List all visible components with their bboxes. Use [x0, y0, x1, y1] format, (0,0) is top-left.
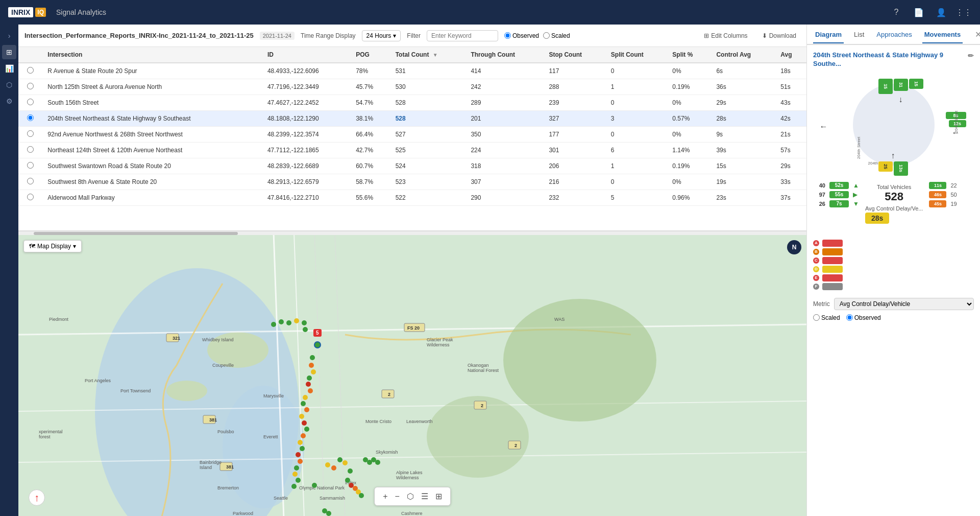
col-intersection[interactable]: Intersection — [42, 47, 262, 63]
sidebar-map-icon[interactable]: ⬡ — [2, 78, 16, 92]
map-dot-3[interactable] — [286, 320, 291, 325]
col-pog[interactable]: POG — [351, 47, 390, 63]
row-select-7[interactable] — [18, 174, 42, 190]
filter-input[interactable] — [427, 30, 498, 41]
map-dot-21[interactable] — [300, 446, 305, 451]
map-dot-22[interactable] — [296, 452, 301, 457]
map-dot-28[interactable] — [312, 483, 317, 488]
observed-radio[interactable]: Observed — [504, 32, 539, 39]
sidebar-settings-icon[interactable]: ⚙ — [2, 94, 16, 108]
row-select-8[interactable] — [18, 190, 42, 206]
scaled-radio[interactable]: Scaled — [543, 32, 570, 39]
document-icon[interactable]: 📄 — [911, 4, 927, 20]
table-row[interactable]: North 125th Street & Aurora Avenue North… — [18, 79, 806, 95]
map-dot-30[interactable] — [331, 465, 336, 471]
map-dot-14[interactable] — [301, 401, 306, 406]
map-dot-29[interactable] — [325, 462, 330, 467]
map-dot-7[interactable] — [310, 355, 315, 360]
grid-icon[interactable]: ⋮⋮ — [955, 4, 972, 20]
map-dot-34[interactable] — [348, 468, 353, 474]
map-dot-2[interactable] — [279, 319, 284, 324]
row-select-5[interactable] — [18, 143, 42, 158]
map-dot-18[interactable] — [304, 427, 309, 432]
map-dot-44[interactable] — [326, 511, 331, 516]
map-dot-15[interactable] — [304, 407, 309, 412]
map-dot-26[interactable] — [296, 478, 301, 483]
map-dot-33[interactable] — [345, 478, 350, 483]
table-row[interactable]: Southwest 8th Avenue & State Route 20 48… — [18, 174, 806, 190]
table-row[interactable]: Southwest Swantown Road & State Route 20… — [18, 158, 806, 174]
tab-approaches[interactable]: Approaches — [874, 27, 914, 43]
table-row[interactable]: Alderwood Mall Parkway 47.8416,-122.2710… — [18, 190, 806, 206]
map-dot-5[interactable] — [302, 320, 307, 325]
help-icon[interactable]: ? — [888, 4, 904, 20]
scaled-radio-panel[interactable]: Scaled — [813, 314, 840, 321]
map-dot-1[interactable] — [271, 322, 276, 327]
zoom-in-button[interactable]: + — [381, 490, 389, 502]
map-dot-25[interactable] — [292, 472, 298, 477]
map-dot-23[interactable] — [298, 459, 303, 464]
row-select-0[interactable] — [18, 63, 42, 79]
map-dot-42[interactable] — [375, 460, 380, 465]
download-button[interactable]: ⬇ Download — [758, 30, 800, 41]
table-row[interactable]: 92nd Avenue Northwest & 268th Street Nor… — [18, 127, 806, 143]
sidebar-analytics-icon[interactable]: 📊 — [2, 61, 16, 76]
map-dot-6[interactable] — [303, 327, 308, 332]
map-dot-27[interactable] — [291, 484, 297, 489]
map-dot-4[interactable] — [294, 318, 299, 323]
map-dot-13[interactable] — [303, 395, 308, 400]
map-dot-38[interactable] — [359, 493, 364, 498]
panel-close-button[interactable]: ✕ — [975, 30, 980, 39]
col-total-count[interactable]: Total Count ▼ — [390, 47, 466, 63]
metric-select[interactable]: Avg Control Delay/Vehicle — [834, 298, 974, 310]
table-row[interactable]: R Avenue & State Route 20 Spur 48.4933,-… — [18, 63, 806, 79]
col-through-count[interactable]: Through Count — [465, 47, 544, 63]
table-row[interactable]: Northeast 124th Street & 120th Avenue No… — [18, 143, 806, 158]
sidebar-layers-icon[interactable]: ⊞ — [2, 45, 16, 59]
tab-movements[interactable]: Movements — [922, 27, 963, 43]
map-dot-32[interactable] — [342, 460, 348, 465]
time-range-select[interactable]: 24 Hours ▾ — [362, 30, 401, 41]
observed-radio-panel[interactable]: Observed — [846, 314, 881, 321]
grid-button[interactable]: ☰ — [419, 490, 430, 502]
row-through-8: 290 — [465, 190, 544, 206]
map-display-button[interactable]: 🗺 Map Display ▾ — [23, 240, 82, 252]
col-split-pct[interactable]: Split % — [667, 47, 711, 63]
map-dot-10[interactable] — [307, 376, 312, 381]
map-dot-8[interactable] — [309, 363, 314, 368]
col-stop-count[interactable]: Stop Count — [544, 47, 605, 63]
row-select-3[interactable] — [18, 111, 42, 127]
tab-diagram[interactable]: Diagram — [813, 27, 844, 43]
user-icon[interactable]: 👤 — [933, 4, 949, 20]
table-row[interactable]: 204th Street Northeast & State Highway 9… — [18, 111, 806, 127]
col-avg[interactable]: Avg — [775, 47, 806, 63]
tab-list[interactable]: List — [852, 27, 866, 43]
col-id[interactable]: ID — [262, 47, 351, 63]
col-control-avg[interactable]: Control Avg — [711, 47, 775, 63]
sidebar-arrow-icon[interactable]: › — [2, 29, 16, 43]
row-select-2[interactable] — [18, 95, 42, 111]
map-dot-11[interactable] — [306, 382, 311, 387]
map-dot-16[interactable] — [299, 414, 304, 419]
map-dot-selected[interactable] — [314, 341, 321, 348]
map-dot-9[interactable] — [311, 369, 316, 374]
horizontal-scrollbar[interactable] — [18, 231, 806, 235]
layer-button[interactable]: ⬡ — [405, 490, 416, 502]
col-split-count[interactable]: Split Count — [606, 47, 667, 63]
map-dot-17[interactable] — [302, 420, 307, 426]
map-mode-button[interactable]: ⊞ — [433, 490, 444, 502]
map-dot-19[interactable] — [301, 433, 306, 438]
map-dot-31[interactable] — [337, 457, 342, 462]
edit-title-icon[interactable]: ✏ — [968, 51, 974, 60]
map-dot-20[interactable] — [298, 440, 303, 445]
row-select-4[interactable] — [18, 127, 42, 143]
edit-columns-button[interactable]: ⊞ Edit Columns — [700, 30, 751, 41]
row-select-6[interactable] — [18, 158, 42, 174]
row-control-3: 28s — [711, 111, 775, 127]
compass-button[interactable]: ↑ — [29, 489, 45, 506]
zoom-out-button[interactable]: − — [393, 490, 402, 502]
row-select-1[interactable] — [18, 79, 42, 95]
map-dot-24[interactable] — [294, 465, 299, 471]
map-dot-12[interactable] — [308, 388, 313, 393]
table-row[interactable]: South 156th Street 47.4627,-122.2452 54.… — [18, 95, 806, 111]
